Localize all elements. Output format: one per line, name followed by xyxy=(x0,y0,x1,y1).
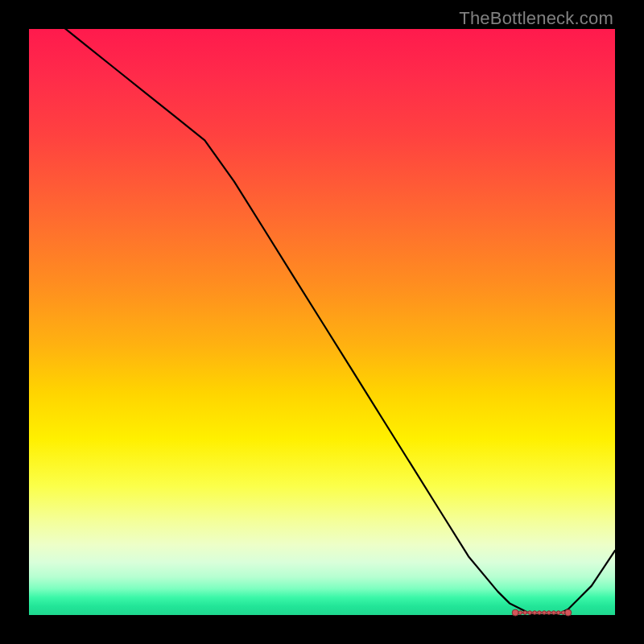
watermark-text: TheBottleneck.com xyxy=(459,8,613,29)
svg-point-12 xyxy=(565,609,572,616)
svg-point-9 xyxy=(552,611,556,615)
series-curve xyxy=(29,0,615,615)
svg-point-1 xyxy=(512,609,518,616)
svg-point-3 xyxy=(523,611,527,615)
svg-point-10 xyxy=(557,611,561,615)
plot-overlay xyxy=(29,29,615,615)
svg-point-2 xyxy=(518,611,522,615)
svg-point-4 xyxy=(528,611,532,615)
svg-point-7 xyxy=(543,611,547,615)
plot-area xyxy=(29,29,615,615)
svg-point-5 xyxy=(533,611,537,615)
svg-point-6 xyxy=(538,611,542,615)
svg-point-8 xyxy=(547,611,551,615)
chart-canvas: TheBottleneck.com xyxy=(0,0,644,644)
